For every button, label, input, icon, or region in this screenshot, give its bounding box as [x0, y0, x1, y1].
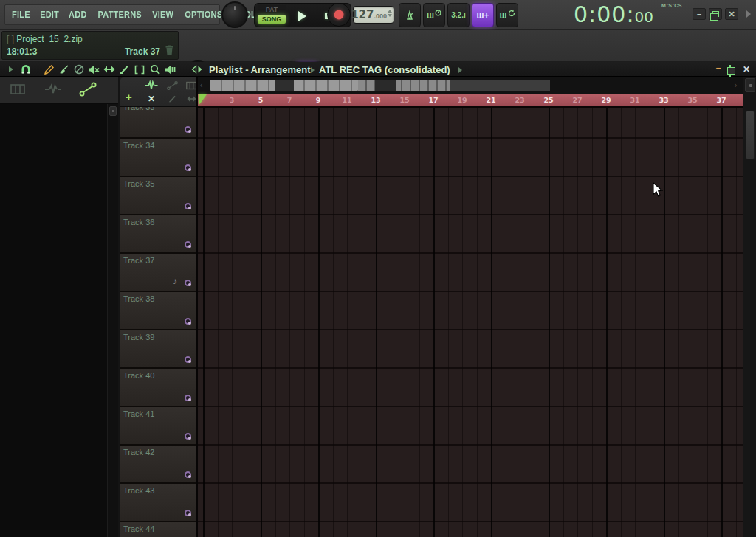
picker-scrollbar[interactable] [108, 104, 118, 537]
track-record-target[interactable] [185, 280, 191, 286]
playlist-snap-magnet-icon[interactable] [19, 63, 32, 75]
playlist-grid[interactable]: ‹ › 35791113151719212325272931333537 [198, 77, 743, 537]
picker-tab-audio[interactable] [44, 83, 62, 96]
navigator-left-arrow-icon[interactable]: ‹ [200, 81, 202, 89]
track-record-target[interactable] [185, 433, 191, 440]
record-button[interactable] [327, 3, 351, 27]
time-display[interactable]: 0:00:00 M:S:CS [548, 1, 688, 29]
app-maximize-button[interactable] [709, 8, 722, 20]
blend-recording-button[interactable]: ш+ [472, 3, 494, 27]
window-focus-icon[interactable] [190, 63, 203, 75]
track-record-target[interactable] [185, 395, 191, 401]
playback-tool-button[interactable] [164, 63, 176, 75]
grid-track-lane[interactable] [198, 139, 743, 177]
track-header-track-35[interactable]: Track 35 [120, 177, 198, 215]
navigator-minimap-dim[interactable] [450, 80, 550, 91]
menu-item-patterns[interactable]: PATTERNS [97, 10, 141, 20]
track-header-track-37[interactable]: Track 37♪ [120, 254, 198, 292]
grid-track-lane[interactable] [198, 407, 743, 446]
paint-tool-button[interactable] [58, 63, 70, 75]
menu-item-file[interactable]: FILE [12, 10, 30, 20]
track-header-track-42[interactable]: Track 42 [120, 446, 198, 484]
delete-tool-button[interactable] [72, 63, 85, 75]
add-track-button[interactable]: + [126, 91, 132, 103]
loop-arrow-icon [508, 10, 515, 17]
track-header-track-34[interactable]: Track 34 [120, 139, 198, 177]
slip-tool-button[interactable] [103, 63, 115, 75]
playlist-title[interactable]: Playlist - Arrangement [209, 64, 311, 75]
scrollbar-options-button[interactable] [745, 78, 755, 92]
track-header-track-36[interactable]: Track 36 [120, 215, 198, 254]
vertical-scrollbar-thumb[interactable] [746, 111, 755, 159]
grid-track-lane[interactable] [198, 215, 743, 254]
arrangement-breadcrumb[interactable]: ATL REC TAG (consolidated) [319, 64, 450, 75]
pat-mode-label[interactable]: PAT [258, 5, 286, 14]
header-slip-tool-button[interactable] [183, 93, 198, 105]
grid-track-lane[interactable] [198, 254, 743, 292]
tempo-spinner[interactable] [388, 10, 392, 17]
header-automation-tool-button[interactable] [164, 80, 180, 91]
track-header-track-38[interactable]: Track 38 [120, 292, 198, 330]
grid-track-lane[interactable] [198, 446, 743, 484]
select-tool-button[interactable] [133, 63, 145, 75]
header-audio-tool-button[interactable] [143, 80, 159, 91]
picker-tab-patterns[interactable] [10, 83, 25, 95]
track-header-track-39[interactable]: Track 39 [120, 330, 198, 369]
track-record-target[interactable] [185, 471, 191, 478]
menu-item-options[interactable]: OPTIONS [185, 10, 222, 20]
wait-for-input-button[interactable]: ш [423, 3, 445, 27]
track-header-track-44[interactable]: Track 44 [120, 522, 198, 537]
track-record-target[interactable] [185, 510, 191, 516]
draw-tool-button[interactable] [43, 63, 55, 75]
grid-track-lane[interactable] [198, 369, 743, 407]
playlist-minimize-button[interactable]: – [713, 65, 724, 74]
header-pattern-tool-button[interactable] [183, 80, 198, 91]
playlist-vertical-scrollbar[interactable] [743, 77, 756, 537]
grid-track-lane[interactable] [198, 330, 743, 369]
song-mode-label[interactable]: SONG [258, 15, 286, 24]
slice-tool-button[interactable] [117, 63, 130, 75]
grid-track-lane[interactable] [198, 484, 743, 522]
track-header-track-41[interactable]: Track 41 [120, 407, 198, 446]
app-minimize-button[interactable]: – [693, 8, 706, 20]
track-header-track-40[interactable]: Track 40 [120, 369, 198, 407]
header-delete-tool-button[interactable]: ✕ [143, 93, 159, 105]
menu-item-view[interactable]: VIEW [152, 10, 173, 20]
tempo-display[interactable]: 127 .000 [353, 6, 394, 24]
menu-item-add[interactable]: ADD [69, 10, 86, 20]
app-close-button[interactable]: ✕ [725, 8, 738, 20]
track-header-track-43[interactable]: Track 43 [120, 484, 198, 522]
grid-track-lane[interactable] [198, 522, 743, 537]
menu-item-edit[interactable]: EDIT [40, 10, 59, 20]
loop-recording-button[interactable]: ш [496, 3, 518, 27]
timeline-ruler[interactable]: 35791113151719212325272931333537 [198, 94, 743, 108]
playlist-close-button[interactable]: ✕ [743, 64, 750, 75]
play-button[interactable] [290, 6, 314, 26]
zoom-tool-button[interactable] [148, 63, 161, 75]
playlist-menu-arrow-icon[interactable] [4, 63, 17, 75]
picker-tab-automation[interactable] [78, 81, 97, 97]
track-record-target[interactable] [185, 203, 191, 209]
navigator-minimap[interactable] [358, 80, 450, 91]
track-record-target[interactable] [185, 164, 191, 171]
track-name-label: Track 37 [123, 256, 154, 265]
countdown-button[interactable]: 3.2.ı [447, 3, 470, 27]
pat-song-toggle[interactable]: PAT SONG [258, 5, 286, 27]
playlist-titlebar[interactable]: Playlist - Arrangement ATL REC TAG (cons… [0, 62, 756, 77]
timeline-navigator[interactable]: ‹ › [198, 77, 743, 94]
toolbar-overflow-arrow-icon[interactable] [746, 10, 751, 18]
picker-scrollbar-thumb[interactable] [109, 106, 117, 116]
metronome-button[interactable] [399, 3, 421, 27]
playhead-marker[interactable] [199, 94, 207, 105]
track-record-target[interactable] [185, 356, 191, 363]
picker-panel[interactable] [0, 104, 108, 537]
mute-tool-button[interactable] [87, 63, 100, 75]
track-record-target[interactable] [185, 126, 191, 133]
main-shuffle-knob[interactable] [221, 1, 248, 28]
header-slice-tool-button[interactable] [164, 93, 180, 105]
grid-track-lane[interactable] [198, 292, 743, 330]
track-record-target[interactable] [185, 241, 191, 248]
track-record-target[interactable] [185, 318, 191, 325]
grid-track-lane[interactable] [198, 177, 743, 215]
navigator-right-arrow-icon[interactable]: › [735, 81, 737, 89]
